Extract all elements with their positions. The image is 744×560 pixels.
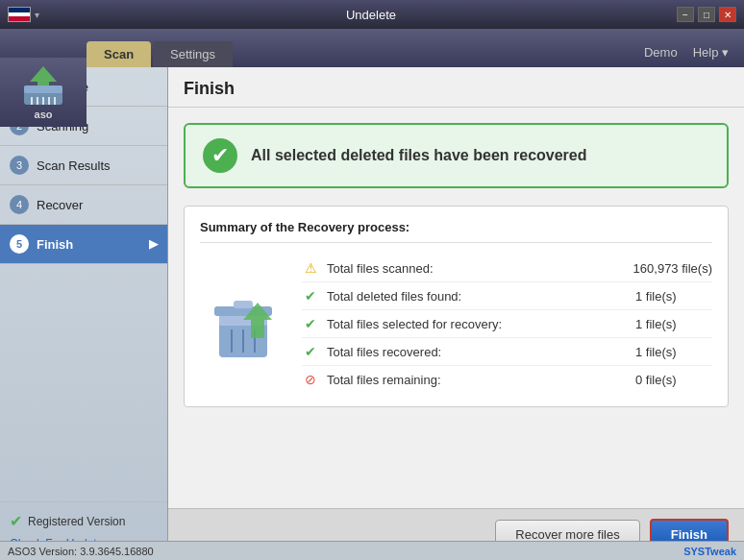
app-footer: ASO3 Version: 3.9.3645.16880 SYSTweak bbox=[0, 541, 744, 560]
success-banner: ✔ All selected deleted files have been r… bbox=[184, 123, 729, 188]
sidebar-label-finish: Finish bbox=[37, 237, 73, 252]
close-button[interactable]: ✕ bbox=[719, 7, 736, 22]
row-label-1: Total deleted files found: bbox=[327, 289, 628, 304]
language-flag[interactable] bbox=[8, 7, 31, 22]
tab-bar: Scan Settings Demo Help ▾ bbox=[0, 29, 744, 67]
sidebar-label-recover: Recover bbox=[37, 198, 83, 212]
summary-row-1: ✔ Total deleted files found: 1 file(s) bbox=[302, 282, 712, 310]
row-value-0: 160,973 file(s) bbox=[633, 261, 712, 276]
summary-row-2: ✔ Total files selected for recovery: 1 f… bbox=[302, 310, 712, 338]
registered-row: ✔ Registered Version bbox=[10, 512, 158, 530]
row-label-0: Total files scanned: bbox=[327, 261, 626, 276]
summary-row-0: ⚠ Total files scanned: 160,973 file(s) bbox=[302, 255, 712, 282]
row-label-4: Total files remaining: bbox=[327, 373, 628, 387]
minimize-button[interactable]: − bbox=[677, 7, 694, 22]
summary-content: ⚠ Total files scanned: 160,973 file(s) ✔… bbox=[200, 255, 712, 393]
warning-icon: ⚠ bbox=[302, 259, 319, 277]
summary-box: Summary of the Recovery process: bbox=[184, 206, 729, 407]
error-icon-4: ⊘ bbox=[302, 371, 319, 388]
svg-rect-2 bbox=[24, 85, 62, 93]
content-area: Finish ✔ All selected deleted files have… bbox=[168, 67, 744, 560]
sidebar-item-finish[interactable]: 5 Finish ▶ bbox=[0, 225, 167, 264]
sidebar: 1 Welcome 2 Scanning 3 Scan Results 4 Re… bbox=[0, 67, 168, 560]
registered-label: Registered Version bbox=[28, 515, 125, 528]
content-body: ✔ All selected deleted files have been r… bbox=[168, 108, 744, 508]
row-value-4: 0 file(s) bbox=[635, 373, 712, 387]
main-container: 1 Welcome 2 Scanning 3 Scan Results 4 Re… bbox=[0, 67, 744, 560]
check-icon-3: ✔ bbox=[302, 343, 319, 360]
sidebar-item-recover[interactable]: 4 Recover bbox=[0, 185, 167, 225]
summary-row-4: ⊘ Total files remaining: 0 file(s) bbox=[302, 366, 712, 393]
window-controls: − □ ✕ bbox=[677, 7, 736, 22]
success-check-icon: ✔ bbox=[203, 138, 237, 173]
app-logo: aso bbox=[0, 58, 87, 127]
sidebar-arrow-finish: ▶ bbox=[149, 237, 158, 251]
recycle-bin-icon bbox=[205, 285, 282, 362]
maximize-button[interactable]: □ bbox=[698, 7, 715, 22]
summary-icon-area bbox=[200, 255, 286, 393]
tab-scan[interactable]: Scan bbox=[87, 41, 151, 67]
row-label-2: Total files selected for recovery: bbox=[327, 317, 628, 331]
summary-title: Summary of the Recovery process: bbox=[200, 220, 712, 243]
check-icon-1: ✔ bbox=[302, 287, 319, 304]
tab-right-links: Demo Help ▾ bbox=[644, 45, 744, 67]
brand-text: SYSTweak bbox=[683, 546, 736, 557]
check-icon-2: ✔ bbox=[302, 315, 319, 332]
app-window: ▾ Undelete − □ ✕ aso bbox=[0, 0, 744, 560]
row-label-3: Total files recovered: bbox=[327, 345, 628, 359]
help-link[interactable]: Help ▾ bbox=[693, 45, 729, 60]
tab-settings[interactable]: Settings bbox=[153, 41, 233, 67]
row-value-2: 1 file(s) bbox=[635, 317, 712, 331]
demo-link[interactable]: Demo bbox=[644, 45, 678, 60]
row-value-3: 1 file(s) bbox=[635, 345, 712, 359]
sidebar-item-scan-results[interactable]: 3 Scan Results bbox=[0, 146, 167, 185]
summary-row-3: ✔ Total files recovered: 1 file(s) bbox=[302, 338, 712, 366]
title-bar: ▾ Undelete − □ ✕ bbox=[0, 0, 744, 29]
success-message: All selected deleted files have been rec… bbox=[251, 147, 587, 164]
app-logo-text: aso bbox=[35, 109, 53, 120]
sidebar-label-scan-results: Scan Results bbox=[37, 158, 111, 173]
content-header: Finish bbox=[168, 67, 744, 108]
version-text: ASO3 Version: 3.9.3645.16880 bbox=[8, 546, 154, 557]
svg-rect-11 bbox=[234, 301, 253, 308]
window-title: Undelete bbox=[65, 8, 677, 22]
summary-rows: ⚠ Total files scanned: 160,973 file(s) ✔… bbox=[302, 255, 712, 393]
row-value-1: 1 file(s) bbox=[635, 289, 712, 304]
registered-check-icon: ✔ bbox=[10, 512, 22, 530]
